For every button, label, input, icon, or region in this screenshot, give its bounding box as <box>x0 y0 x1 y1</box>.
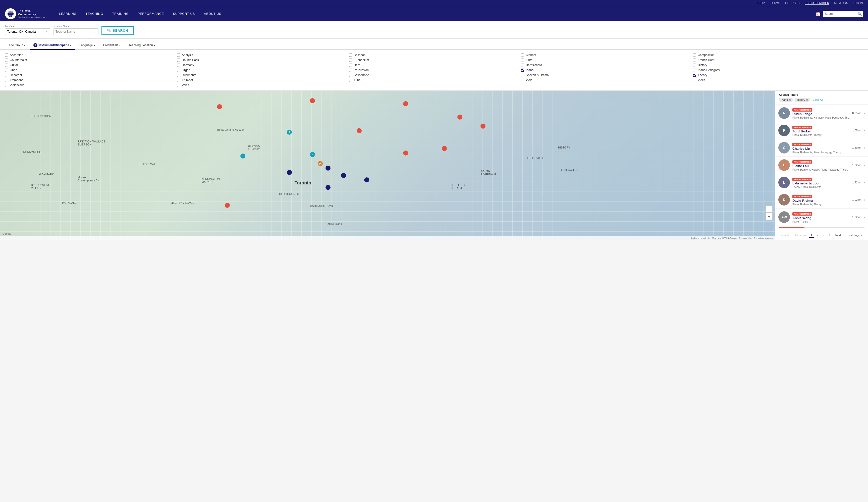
discipline-checkbox[interactable] <box>177 69 180 72</box>
discipline-checkbox[interactable] <box>521 53 524 57</box>
discipline-item[interactable]: Euphonium <box>349 58 519 62</box>
discipline-item[interactable]: Harpsichord <box>521 63 691 67</box>
chip-theory-remove[interactable]: ✕ <box>806 99 808 101</box>
tab-language[interactable]: Language ▾ <box>76 41 99 50</box>
logo[interactable]: THE ROYAL CONSERVATORY The RoyalConserva… <box>5 6 47 21</box>
report-map-error[interactable]: Report a map error <box>754 237 773 239</box>
discipline-checkbox[interactable] <box>349 74 352 77</box>
location-input[interactable] <box>7 30 45 33</box>
discipline-checkbox[interactable] <box>177 84 180 87</box>
discipline-item[interactable]: Trombone <box>5 79 175 82</box>
chip-piano-remove[interactable]: ✕ <box>789 99 791 101</box>
search-box[interactable]: 🔍 <box>823 11 863 17</box>
discipline-checkbox[interactable] <box>693 79 696 82</box>
discipline-item[interactable]: Tuba <box>349 79 519 82</box>
first-page-button[interactable]: « First <box>779 233 791 238</box>
discipline-item[interactable]: Oboe <box>5 68 175 72</box>
next-page-button[interactable]: Next › <box>833 233 844 238</box>
tab-instrument-discipline[interactable]: 2 Instrument/Discipline ▴ <box>30 41 75 50</box>
discipline-item[interactable]: Violoncello <box>5 83 175 87</box>
tab-age-group[interactable]: Age Group ▾ <box>5 41 29 50</box>
discipline-item[interactable]: Piano Pedagogy <box>693 68 863 72</box>
discipline-checkbox[interactable] <box>693 74 696 77</box>
discipline-item[interactable]: Organ <box>177 68 347 72</box>
discipline-item[interactable]: Harp <box>349 63 519 67</box>
zoom-in-button[interactable]: + <box>765 206 773 213</box>
discipline-item[interactable]: Counterpoint <box>5 58 175 62</box>
discipline-checkbox[interactable] <box>693 69 696 72</box>
discipline-checkbox[interactable] <box>349 69 352 72</box>
search-input[interactable] <box>825 12 857 16</box>
map-pin[interactable]: 2 <box>310 152 315 157</box>
map-pin[interactable] <box>326 166 331 171</box>
page-4[interactable]: 4 <box>827 233 832 238</box>
page-1[interactable]: 1 <box>809 233 814 238</box>
discipline-checkbox[interactable] <box>177 59 180 62</box>
discipline-item[interactable]: Guitar <box>5 63 175 67</box>
teacher-card[interactable]: LRCM CERTIFIEDLala neberta LoonTheory, P… <box>775 174 868 191</box>
teacher-card[interactable]: AWRCM CERTIFIEDAnnie WongPiano, Theory1.… <box>775 208 868 226</box>
map-pin[interactable] <box>457 115 462 120</box>
map-pin[interactable] <box>364 177 369 182</box>
zoom-out-button[interactable]: − <box>765 213 773 220</box>
discipline-checkbox[interactable] <box>5 69 8 72</box>
discipline-checkbox[interactable] <box>349 59 352 62</box>
discipline-item[interactable]: Composition <box>693 53 863 57</box>
discipline-checkbox[interactable] <box>521 79 524 82</box>
topbar-login[interactable]: LOG IN <box>853 1 863 4</box>
search-button[interactable]: 🔍 SEARCH <box>102 26 134 35</box>
discipline-checkbox[interactable] <box>5 79 8 82</box>
discipline-item[interactable]: Percussion <box>349 68 519 72</box>
discipline-item[interactable]: Analysis <box>177 53 347 57</box>
calendar-icon[interactable]: 📅 <box>816 12 821 16</box>
discipline-checkbox[interactable] <box>177 53 180 57</box>
discipline-item[interactable]: French Horn <box>693 58 863 62</box>
teacher-card[interactable]: DRCM CERTIFIEDDavid RichterPiano, Rudime… <box>775 191 868 208</box>
discipline-item[interactable]: Piano <box>521 68 691 72</box>
discipline-checkbox[interactable] <box>521 59 524 62</box>
discipline-checkbox[interactable] <box>521 74 524 77</box>
page-3[interactable]: 3 <box>821 233 826 238</box>
map-pin[interactable] <box>310 98 315 103</box>
prev-page-button[interactable]: ‹ Previous <box>792 233 808 238</box>
discipline-item[interactable]: Trumpet <box>177 79 347 82</box>
discipline-checkbox[interactable] <box>349 63 352 67</box>
map-pin[interactable] <box>403 151 408 155</box>
nav-teaching[interactable]: TEACHING <box>81 8 108 20</box>
teacher-card[interactable]: CRCM CERTIFIEDCharles LinPiano, Rudiment… <box>775 139 868 156</box>
nav-about[interactable]: ABOUT US <box>199 8 226 20</box>
discipline-checkbox[interactable] <box>349 79 352 82</box>
nav-learning[interactable]: LEARNING <box>55 8 81 20</box>
discipline-item[interactable]: Bassoon <box>349 53 519 57</box>
topbar-courses[interactable]: COURSES <box>785 1 800 4</box>
map-pin[interactable]: 5 <box>287 130 292 135</box>
map-pin[interactable] <box>356 128 362 133</box>
map-pin[interactable] <box>225 203 230 208</box>
discipline-item[interactable]: Flute <box>521 58 691 62</box>
discipline-checkbox[interactable] <box>5 53 8 57</box>
topbar-rcm-usa[interactable]: RCM USA <box>834 1 848 4</box>
discipline-item[interactable]: Viola <box>521 79 691 82</box>
discipline-checkbox[interactable] <box>177 79 180 82</box>
discipline-item[interactable]: Saxophone <box>349 73 519 77</box>
teacher-card[interactable]: RRCM CERTIFIEDRudin LengoPiano, Rudiment… <box>775 104 868 122</box>
discipline-checkbox[interactable] <box>693 59 696 62</box>
discipline-checkbox[interactable] <box>521 63 524 67</box>
discipline-item[interactable]: Clarinet <box>521 53 691 57</box>
discipline-item[interactable]: History <box>693 63 863 67</box>
topbar-shop[interactable]: SHOP <box>756 1 765 4</box>
discipline-checkbox[interactable] <box>177 63 180 67</box>
discipline-item[interactable]: Harmony <box>177 63 347 67</box>
discipline-checkbox[interactable] <box>5 59 8 62</box>
discipline-item[interactable]: Double Bass <box>177 58 347 62</box>
keyboard-shortcuts[interactable]: Keyboard shortcuts <box>690 237 710 239</box>
map-pin[interactable] <box>480 124 485 129</box>
discipline-checkbox[interactable] <box>5 63 8 67</box>
last-page-button[interactable]: Last Page » <box>845 233 864 238</box>
map-pin[interactable] <box>341 173 346 178</box>
teacher-card[interactable]: ERCM CERTIFIEDElaine LauPiano, Harmony, … <box>775 156 868 174</box>
discipline-checkbox[interactable] <box>521 69 524 72</box>
discipline-item[interactable]: Accordion <box>5 53 175 57</box>
tab-credentials[interactable]: Credentials ▾ <box>100 41 124 50</box>
discipline-checkbox[interactable] <box>177 74 180 77</box>
